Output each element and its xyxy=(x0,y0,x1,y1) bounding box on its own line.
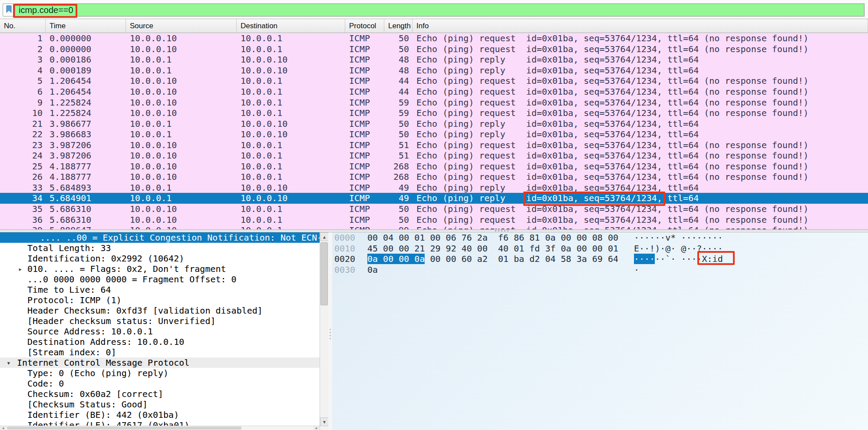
packet-no: 22 xyxy=(0,129,46,140)
packet-source: 10.0.0.10 xyxy=(126,150,237,161)
details-vscroll-thumb[interactable] xyxy=(320,242,328,305)
packet-destination: 10.0.0.10 xyxy=(237,182,345,193)
detail-text: Checksum: 0x60a2 [correct] xyxy=(27,389,163,399)
scroll-up-icon[interactable]: ▲ xyxy=(320,232,328,241)
detail-tree-item[interactable]: Source Address: 10.0.0.1 xyxy=(0,326,320,337)
packet-row[interactable]: 23 3.987206 10.0.0.10 10.0.0.1 ICMP 51 E… xyxy=(0,139,868,150)
details-hscroll-thumb[interactable] xyxy=(7,427,241,430)
packet-row[interactable]: 2 0.000000 10.0.0.10 10.0.0.1 ICMP 50 Ec… xyxy=(0,44,868,55)
detail-tree-item[interactable]: .... ..00 = Explicit Congestion Notifica… xyxy=(0,232,320,243)
packet-row[interactable]: 33 5.684893 10.0.0.1 10.0.0.10 ICMP 49 E… xyxy=(0,182,868,193)
packet-destination: 10.0.0.1 xyxy=(237,225,345,229)
packet-row[interactable]: 35 5.686310 10.0.0.10 10.0.0.1 ICMP 50 E… xyxy=(0,204,868,215)
packet-source: 10.0.0.10 xyxy=(126,33,237,44)
detail-tree-item[interactable]: Type: 0 (Echo (ping) reply) xyxy=(0,368,320,378)
pane-splitter-vertical[interactable] xyxy=(328,232,332,430)
detail-tree-item[interactable]: ▸ 010. .... = Flags: 0x2, Don't fragment xyxy=(0,264,320,274)
column-header-info[interactable]: Info xyxy=(413,19,868,33)
packet-row[interactable]: 5 1.206454 10.0.0.10 10.0.0.1 ICMP 44 Ec… xyxy=(0,76,868,86)
packet-row[interactable]: 34 5.684901 10.0.0.1 10.0.0.10 ICMP 49 E… xyxy=(0,193,868,204)
detail-text: Identifier (BE): 442 (0x01ba) xyxy=(27,410,179,420)
hex-bytes[interactable]: 45 00 00 21 29 92 40 00 40 01 fd 3f 0a 0… xyxy=(367,243,618,254)
hex-bytes[interactable]: 0a 00 00 0a 00 00 60 a2 01 ba d2 04 58 3… xyxy=(367,254,618,264)
packet-source: 10.0.0.10 xyxy=(126,108,237,119)
scroll-down-icon[interactable]: ▼ xyxy=(320,417,328,426)
filter-bookmark-button[interactable] xyxy=(3,3,15,17)
hex-ascii[interactable]: ······`· ····X:id xyxy=(634,254,723,264)
packet-row[interactable]: 1 0.000000 10.0.0.10 10.0.0.1 ICMP 50 Ec… xyxy=(0,33,868,44)
column-header-time[interactable]: Time xyxy=(46,19,126,33)
packet-source: 10.0.0.1 xyxy=(126,129,237,140)
hex-bytes[interactable]: 00 04 00 01 00 06 76 2a f6 86 81 0a 00 0… xyxy=(367,232,618,243)
tree-expand-icon[interactable]: ▸ xyxy=(18,265,27,273)
detail-tree-item[interactable]: ...0 0000 0000 0000 = Fragment Offset: 0 xyxy=(0,274,320,284)
column-header-destination[interactable]: Destination xyxy=(237,19,345,33)
packet-row[interactable]: 10 1.225824 10.0.0.10 10.0.0.1 ICMP 59 E… xyxy=(0,108,868,119)
hex-line[interactable]: 0000 00 04 00 01 00 06 76 2a f6 86 81 0a… xyxy=(332,232,868,243)
packet-time: 0.000189 xyxy=(46,65,126,76)
hex-line[interactable]: 0030 0a · xyxy=(332,265,868,275)
packet-info: Echo (ping) request id=0x01ba, seq=53764… xyxy=(413,225,868,229)
packet-row[interactable]: 25 4.188777 10.0.0.10 10.0.0.1 ICMP 268 … xyxy=(0,161,868,172)
packet-source: 10.0.0.10 xyxy=(126,161,237,172)
packet-length: 268 xyxy=(384,172,413,182)
packet-row[interactable]: 3 0.000186 10.0.0.1 10.0.0.10 ICMP 48 Ec… xyxy=(0,54,868,65)
detail-tree-item[interactable]: Code: 0 xyxy=(0,378,320,389)
hex-line[interactable]: 0010 45 00 00 21 29 92 40 00 40 01 fd 3f… xyxy=(332,243,868,254)
detail-text: [Checksum Status: Good] xyxy=(27,399,148,410)
hex-line[interactable]: 0020 0a 00 00 0a 00 00 60 a2 01 ba d2 04… xyxy=(332,254,868,265)
column-header-source[interactable]: Source xyxy=(126,19,237,33)
packet-row[interactable]: 6 1.206454 10.0.0.10 10.0.0.1 ICMP 44 Ec… xyxy=(0,86,868,97)
packet-time: 3.986677 xyxy=(46,118,126,129)
hex-ascii[interactable]: ······v* ········ xyxy=(634,232,723,243)
packet-row[interactable]: 26 4.188777 10.0.0.10 10.0.0.1 ICMP 268 … xyxy=(0,172,868,182)
detail-tree-item[interactable]: Identifier (BE): 442 (0x01ba) xyxy=(0,410,320,420)
packet-destination: 10.0.0.1 xyxy=(237,97,345,108)
detail-text: Code: 0 xyxy=(27,378,64,389)
packet-row[interactable]: 9 1.225824 10.0.0.10 10.0.0.1 ICMP 59 Ec… xyxy=(0,97,868,108)
column-header-no[interactable]: No. xyxy=(0,19,46,33)
detail-text: Protocol: ICMP (1) xyxy=(27,295,122,305)
detail-text: Type: 0 (Echo (ping) reply) xyxy=(27,368,168,378)
detail-tree-item[interactable]: Time to Live: 64 xyxy=(0,284,320,295)
packet-time: 1.206454 xyxy=(46,86,126,97)
packet-row[interactable]: 21 3.986677 10.0.0.1 10.0.0.10 ICMP 50 E… xyxy=(0,118,868,129)
packet-row[interactable]: 39 5.889647 10.0.0.10 10.0.0.1 ICMP 99 E… xyxy=(0,225,868,229)
packet-no: 36 xyxy=(0,214,46,225)
packet-source: 10.0.0.1 xyxy=(126,182,237,193)
hex-selected-bytes: 0a 00 00 0a xyxy=(367,254,425,264)
packet-info: Echo (ping) request id=0x01ba, seq=53764… xyxy=(413,44,868,55)
detail-tree-item[interactable]: Total Length: 33 xyxy=(0,243,320,253)
packet-row[interactable]: 4 0.000189 10.0.0.1 10.0.0.10 ICMP 48 Ec… xyxy=(0,65,868,76)
detail-tree-item[interactable]: [Stream index: 0] xyxy=(0,347,320,357)
hex-ascii[interactable]: · xyxy=(634,265,639,275)
tree-expand-icon[interactable]: ▾ xyxy=(7,359,15,367)
hex-ascii[interactable]: E··!)·@· @··?···· xyxy=(634,243,723,254)
packet-row[interactable]: 36 5.686310 10.0.0.10 10.0.0.1 ICMP 50 E… xyxy=(0,214,868,225)
detail-tree-item[interactable]: Protocol: ICMP (1) xyxy=(0,295,320,305)
detail-tree-item[interactable]: Header Checksum: 0xfd3f [validation disa… xyxy=(0,305,320,316)
detail-tree-item[interactable]: Identification: 0x2992 (10642) xyxy=(0,253,320,264)
column-header-length[interactable]: Length xyxy=(384,19,413,33)
packet-row[interactable]: 22 3.986683 10.0.0.1 10.0.0.10 ICMP 50 E… xyxy=(0,129,868,140)
packet-list: 1 0.000000 10.0.0.10 10.0.0.1 ICMP 50 Ec… xyxy=(0,33,868,229)
detail-tree-item[interactable]: ▾ Internet Control Message Protocol xyxy=(0,357,320,368)
ascii-selected-chars: ···· xyxy=(634,254,655,264)
packet-time: 1.225824 xyxy=(46,97,126,108)
scroll-right-icon[interactable]: ▶ xyxy=(314,426,320,430)
detail-tree-item[interactable]: Destination Address: 10.0.0.10 xyxy=(0,337,320,347)
splitter-grip-icon xyxy=(330,329,331,339)
hex-bytes[interactable]: 0a xyxy=(367,265,378,275)
packet-time: 1.206454 xyxy=(46,76,126,86)
column-header-protocol[interactable]: Protocol xyxy=(345,19,384,33)
display-filter-input[interactable]: icmp.code==0 xyxy=(15,3,865,17)
detail-tree-item[interactable]: [Checksum Status: Good] xyxy=(0,399,320,410)
details-horizontal-scrollbar[interactable]: ◀ ▶ xyxy=(0,426,320,430)
hex-rest-bytes: 45 00 00 21 29 92 40 00 40 01 fd 3f 0a 0… xyxy=(367,243,618,254)
packet-row[interactable]: 24 3.987206 10.0.0.10 10.0.0.1 ICMP 51 E… xyxy=(0,150,868,161)
detail-tree-item[interactable]: Checksum: 0x60a2 [correct] xyxy=(0,389,320,399)
details-vertical-scrollbar[interactable]: ▲ ▼ xyxy=(320,232,328,430)
packet-time: 1.225824 xyxy=(46,108,126,119)
scroll-left-icon[interactable]: ◀ xyxy=(0,426,6,430)
detail-tree-item[interactable]: [Header checksum status: Unverified] xyxy=(0,316,320,326)
